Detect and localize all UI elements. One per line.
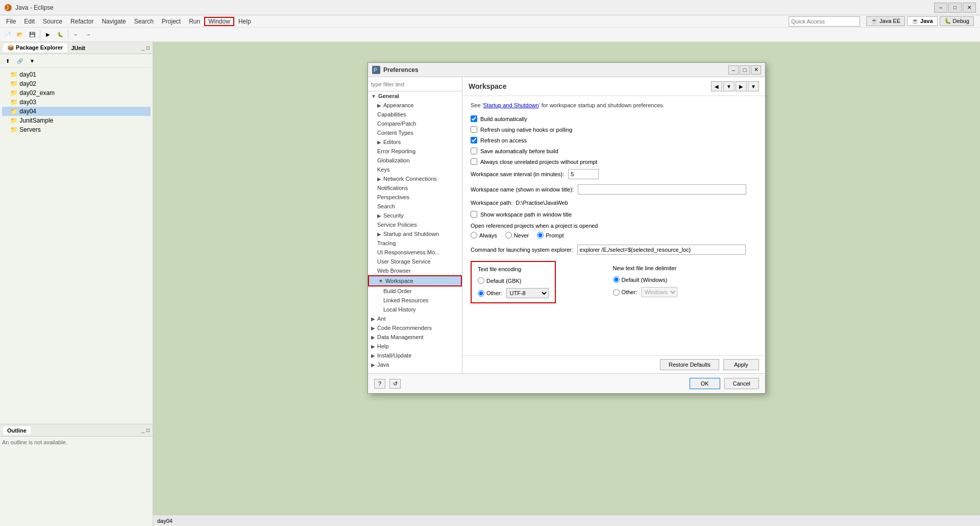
tree-day02[interactable]: 📁 day02 — [2, 79, 151, 88]
pref-network[interactable]: ▶ Network Connections — [368, 174, 462, 183]
outline-minimize[interactable]: _ — [141, 427, 144, 433]
radio-always[interactable] — [471, 232, 477, 238]
toolbar-open[interactable]: 📂 — [14, 29, 26, 40]
pref-filter-input[interactable] — [368, 77, 462, 91]
menu-navigate[interactable]: Navigate — [97, 17, 130, 26]
menu-source[interactable]: Source — [39, 17, 66, 26]
cb-close-unrelated[interactable] — [471, 158, 477, 165]
radio-encoding-other[interactable] — [478, 290, 484, 297]
pref-ant[interactable]: ▶ Ant — [368, 314, 462, 323]
tab-package-explorer[interactable]: 📦 Package Explorer — [3, 43, 67, 52]
radio-encoding-default[interactable] — [478, 277, 484, 284]
cb-build-auto[interactable] — [471, 115, 477, 122]
toolbar-new[interactable]: 📄 — [2, 29, 13, 40]
radio-newline-other[interactable] — [613, 289, 620, 296]
pref-user-storage[interactable]: User Storage Service — [368, 257, 462, 266]
menu-help[interactable]: Help — [234, 17, 255, 26]
pref-workspace[interactable]: ▼ Workspace — [368, 275, 462, 286]
pref-general[interactable]: ▼ General — [368, 91, 462, 101]
tab-outline[interactable]: Outline — [3, 426, 31, 435]
pref-build-order[interactable]: Build Order — [368, 286, 462, 296]
pref-globalization[interactable]: Globalization — [368, 156, 462, 165]
tree-servers[interactable]: 📁 Servers — [2, 125, 151, 134]
cb-save-auto[interactable] — [471, 148, 477, 154]
menu-refactor[interactable]: Refactor — [66, 17, 97, 26]
pref-error-reporting[interactable]: Error Reporting — [368, 147, 462, 156]
pref-linked-resources[interactable]: Linked Resources — [368, 296, 462, 305]
menu-file[interactable]: File — [2, 17, 20, 26]
toolbar-debug[interactable]: 🐛 — [55, 29, 66, 40]
ok-button[interactable]: OK — [690, 378, 720, 389]
dialog-close[interactable]: ✕ — [751, 65, 761, 75]
restore-defaults-button[interactable]: Restore Defaults — [660, 359, 719, 370]
pref-service-policies[interactable]: Service Policies — [368, 220, 462, 229]
radio-never[interactable] — [505, 232, 512, 238]
restore-button-footer[interactable]: ↺ — [389, 379, 401, 389]
pref-nav-down[interactable]: ▼ — [723, 81, 734, 91]
pref-ui-responsiveness[interactable]: UI Responsiveness Mo... — [368, 248, 462, 257]
newline-dropdown[interactable]: Windows Unix Mac — [641, 287, 677, 297]
toolbar-save[interactable]: 💾 — [27, 29, 38, 40]
toolbar-back[interactable]: ← — [70, 29, 82, 40]
pref-compare-patch[interactable]: Compare/Patch — [368, 119, 462, 128]
pref-nav-forward[interactable]: ▶ — [736, 81, 747, 91]
pref-nav-back[interactable]: ◀ — [711, 81, 722, 91]
pref-content-types[interactable]: Content Types — [368, 128, 462, 137]
tree-day04[interactable]: 📁 day04 — [2, 107, 151, 116]
perspective-javaee[interactable]: ☕ Java EE — [866, 16, 905, 26]
tree-day02exam[interactable]: 📁 day02_exam — [2, 88, 151, 98]
panel-link[interactable]: 🔗 — [14, 55, 26, 66]
radio-newline-default[interactable] — [613, 276, 620, 283]
menu-window[interactable]: Window — [204, 17, 234, 26]
pref-notifications[interactable]: Notifications — [368, 183, 462, 193]
perspective-debug[interactable]: 🐛 Debug — [940, 16, 974, 26]
command-input[interactable] — [577, 245, 746, 255]
pref-data-management[interactable]: ▶ Data Management — [368, 332, 462, 342]
close-button[interactable]: ✕ — [963, 3, 976, 13]
pref-web-browser[interactable]: Web Browser — [368, 266, 462, 275]
pref-nav-up[interactable]: ▼ — [748, 81, 759, 91]
perspective-java[interactable]: ☕ Java — [907, 16, 938, 26]
panel-menu[interactable]: ▼ — [27, 55, 38, 66]
pref-tracing[interactable]: Tracing — [368, 238, 462, 248]
tree-day01[interactable]: 📁 day01 — [2, 70, 151, 79]
encoding-dropdown[interactable]: UTF-8 UTF-16 ISO-8859-1 GBK — [506, 288, 549, 298]
pref-startup[interactable]: ▶ Startup and Shutdown — [368, 229, 462, 238]
save-interval-input[interactable] — [568, 169, 599, 179]
cb-refresh-access[interactable] — [471, 137, 477, 144]
pref-keys[interactable]: Keys — [368, 165, 462, 174]
menu-project[interactable]: Project — [158, 17, 185, 26]
panel-maximize[interactable]: □ — [146, 45, 150, 51]
startup-shutdown-link[interactable]: Startup and Shutdown — [483, 102, 539, 108]
pref-help[interactable]: ▶ Help — [368, 342, 462, 351]
pref-editors[interactable]: ▶ Editors — [368, 137, 462, 147]
cancel-button[interactable]: Cancel — [724, 378, 759, 389]
pref-appearance[interactable]: ▶ Appearance — [368, 101, 462, 110]
workspace-name-input[interactable] — [578, 184, 746, 195]
pref-capabilities[interactable]: Capabilities — [368, 110, 462, 119]
pref-security[interactable]: ▶ Security — [368, 211, 462, 220]
tree-junitsample[interactable]: 📁 JunitSample — [2, 116, 151, 125]
toolbar-forward[interactable]: → — [83, 29, 94, 40]
menu-edit[interactable]: Edit — [20, 17, 39, 26]
radio-prompt[interactable] — [537, 232, 544, 238]
cb-refresh-hooks[interactable] — [471, 126, 477, 133]
pref-search[interactable]: Search — [368, 202, 462, 211]
minimize-button[interactable]: – — [934, 3, 947, 13]
cb-show-path[interactable] — [471, 211, 477, 218]
maximize-button[interactable]: □ — [948, 3, 962, 13]
dialog-minimize[interactable]: – — [728, 65, 739, 75]
pref-install-update[interactable]: ▶ Install/Update — [368, 351, 462, 360]
help-icon-button[interactable]: ? — [374, 379, 385, 389]
menu-run[interactable]: Run — [185, 17, 204, 26]
apply-button[interactable]: Apply — [723, 359, 759, 370]
panel-collapse[interactable]: ⬆ — [2, 55, 13, 66]
tab-junit[interactable]: JUnit — [67, 44, 89, 52]
dialog-restore[interactable]: □ — [740, 65, 750, 75]
tree-day03[interactable]: 📁 day03 — [2, 98, 151, 107]
pref-java[interactable]: ▶ Java — [368, 360, 462, 369]
outline-maximize[interactable]: □ — [146, 427, 150, 433]
pref-perspectives[interactable]: Perspectives — [368, 193, 462, 202]
pref-code-recommenders[interactable]: ▶ Code Recommenders — [368, 323, 462, 332]
quick-access-input[interactable] — [789, 16, 860, 27]
